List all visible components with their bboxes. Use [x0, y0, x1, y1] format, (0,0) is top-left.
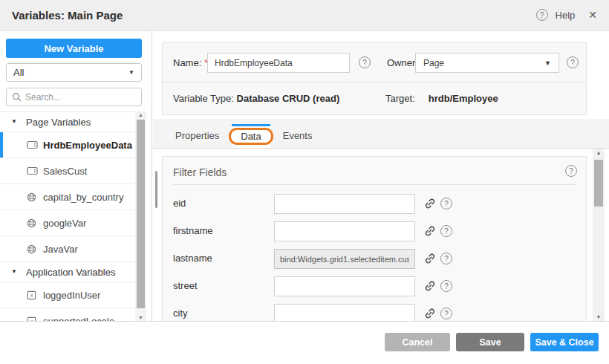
search-box	[6, 88, 142, 106]
search-icon	[12, 92, 22, 102]
filter-row-firstname: firstname ?	[163, 218, 586, 245]
search-input[interactable]	[25, 92, 129, 103]
variable-filter-dropdown[interactable]: All ▼	[6, 63, 142, 82]
dialog-header: Variables: Main Page ? Help ✕	[0, 0, 609, 31]
tab-data-label: Data	[241, 131, 261, 142]
variable-summary-panel: Name: * ? Owner: * Page ▼ ? Variable Typ…	[162, 42, 587, 115]
service-variable-icon	[27, 244, 36, 254]
bind-link-icon[interactable]	[424, 198, 436, 209]
field-label: eid	[173, 198, 186, 209]
variable-filter-value: All	[13, 67, 24, 78]
bind-link-icon[interactable]	[424, 308, 436, 319]
scrollbar-thumb[interactable]	[137, 120, 145, 308]
field-label: firstname	[173, 225, 212, 236]
field-label: lastname	[173, 253, 212, 264]
section-title: Filter Fields	[173, 166, 227, 178]
filter-row-lastname: lastname ?	[163, 245, 586, 273]
group-application-variables[interactable]: ▼ Application Variables	[0, 262, 136, 282]
variable-name: HrdbEmployeeData	[43, 140, 132, 151]
variable-name: googleVar	[43, 218, 86, 229]
dialog-footer: Cancel Save Save & Close	[0, 321, 609, 364]
sidebar-item-googlevar[interactable]: googleVar	[0, 210, 136, 236]
variable-list: ▼ Page Variables HrdbEmployeeData SalesC…	[0, 111, 136, 321]
eid-input[interactable]	[274, 194, 415, 214]
tab-events[interactable]: Events	[270, 124, 325, 148]
help-icon[interactable]: ?	[536, 9, 548, 21]
left-scrollbar-thumb[interactable]	[155, 171, 157, 208]
divider	[173, 184, 576, 185]
scroll-up-icon[interactable]: ▲	[593, 150, 605, 155]
field-help-icon[interactable]: ?	[440, 308, 452, 319]
variable-type: Variable Type: Database CRUD (read)	[173, 93, 339, 104]
sidebar-scrollbar[interactable]: ▲ ▼	[135, 111, 146, 321]
chevron-down-icon: ▼	[544, 59, 551, 67]
save-button[interactable]: Save	[456, 333, 524, 351]
city-input[interactable]	[274, 304, 415, 321]
field-help-icon[interactable]: ?	[440, 253, 452, 264]
filter-fields-help-icon[interactable]: ?	[565, 165, 577, 177]
owner-value: Page	[423, 58, 444, 68]
new-variable-button[interactable]: New Variable	[6, 39, 142, 58]
group-page-variables[interactable]: ▼ Page Variables	[0, 112, 136, 132]
bind-link-icon[interactable]	[424, 253, 436, 264]
group-label: Page Variables	[26, 117, 91, 128]
tab-data[interactable]: Data	[232, 124, 270, 148]
target: Target: hrdb/Employee	[385, 93, 498, 104]
lastname-input[interactable]	[274, 249, 415, 269]
save-close-button[interactable]: Save & Close	[530, 333, 599, 351]
db-variable-icon	[27, 166, 38, 175]
static-variable-icon: x	[27, 290, 36, 300]
owner-dropdown[interactable]: Page ▼	[415, 53, 559, 73]
sidebar-item-salescust[interactable]: SalesCust	[0, 158, 136, 184]
scroll-down-icon[interactable]: ▼	[593, 314, 605, 319]
bind-link-icon[interactable]	[424, 225, 436, 237]
field-label: street	[173, 280, 198, 291]
variable-name: supportedLocale	[43, 316, 114, 321]
scroll-up-icon[interactable]: ▲	[135, 112, 146, 117]
variable-name: loggedInUser	[43, 290, 100, 301]
name-help-icon[interactable]: ?	[359, 56, 371, 68]
field-help-icon[interactable]: ?	[440, 225, 452, 237]
name-label: Name: *	[173, 57, 208, 68]
bind-link-icon[interactable]	[424, 280, 436, 292]
filter-row-city: city ?	[163, 300, 586, 321]
filter-row-eid: eid ?	[163, 190, 586, 218]
svg-text:x: x	[30, 292, 33, 299]
cancel-button[interactable]: Cancel	[385, 333, 450, 351]
variable-name: capital_by_country	[43, 192, 123, 203]
name-input[interactable]	[207, 53, 350, 73]
data-tab-content: Filter Fields ? eid ? firstname ?	[153, 149, 609, 321]
tab-bar: Properties Data Events	[153, 119, 609, 149]
filter-row-street: street ?	[163, 273, 586, 300]
sidebar-item-hrdbemployeedata[interactable]: HrdbEmployeeData	[0, 132, 136, 158]
variables-sidebar: New Variable All ▼ ▼ Page Variables Hrdb…	[0, 31, 152, 321]
dialog-title: Variables: Main Page	[12, 9, 123, 22]
sidebar-item-javavar[interactable]: JavaVar	[0, 236, 136, 262]
field-label: city	[173, 308, 188, 319]
field-help-icon[interactable]: ?	[440, 198, 452, 209]
sidebar-item-capital-by-country[interactable]: capital_by_country	[0, 184, 136, 210]
close-icon[interactable]: ✕	[588, 9, 597, 21]
variable-name: JavaVar	[43, 244, 78, 255]
tab-properties[interactable]: Properties	[163, 124, 232, 148]
owner-help-icon[interactable]: ?	[567, 56, 579, 68]
collapse-icon: ▼	[11, 268, 17, 275]
group-label: Application Variables	[26, 267, 115, 278]
service-variable-icon	[27, 218, 36, 228]
service-variable-icon	[27, 192, 36, 202]
scrollbar-thumb[interactable]	[594, 160, 603, 207]
variable-name: SalesCust	[43, 166, 87, 177]
sidebar-item-supportedlocale[interactable]: x supportedLocale	[0, 308, 136, 321]
scroll-down-icon[interactable]: ▼	[135, 315, 146, 320]
variable-detail-panel: Name: * ? Owner: * Page ▼ ? Variable Typ…	[153, 31, 609, 321]
content-scrollbar[interactable]: ▲ ▼	[593, 149, 605, 321]
street-input[interactable]	[274, 276, 415, 296]
variables-dialog: Variables: Main Page ? Help ✕ New Variab…	[0, 0, 609, 364]
sidebar-item-loggedinuser[interactable]: x loggedInUser	[0, 282, 136, 308]
collapse-icon: ▼	[11, 118, 17, 125]
field-help-icon[interactable]: ?	[440, 280, 452, 292]
filter-fields-panel: Filter Fields ? eid ? firstname ?	[162, 156, 587, 321]
help-link[interactable]: Help	[556, 10, 576, 21]
firstname-input[interactable]	[274, 221, 415, 241]
db-variable-icon	[27, 140, 38, 149]
